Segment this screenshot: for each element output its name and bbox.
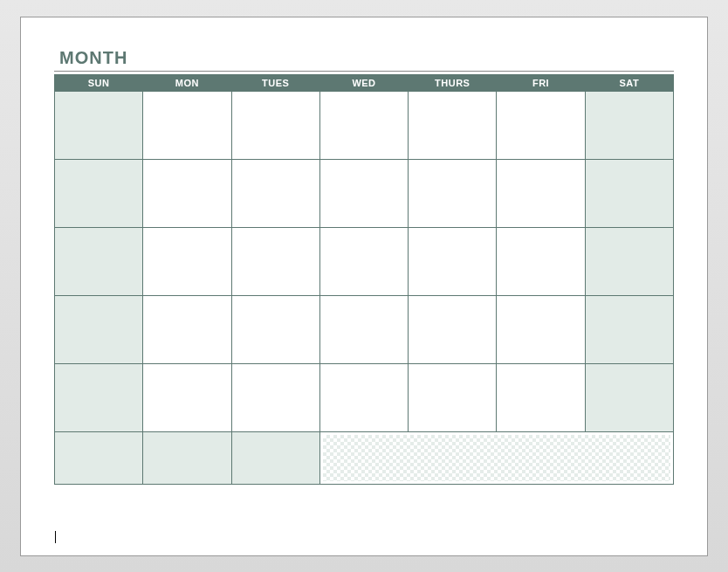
header-sat: SAT [585, 74, 673, 91]
calendar-cell [319, 295, 408, 363]
calendar-cell [319, 159, 408, 227]
calendar-cell [497, 295, 585, 363]
calendar-cell [585, 295, 673, 363]
calendar-cell [55, 227, 143, 295]
calendar-cell [231, 91, 319, 159]
calendar-row [55, 159, 674, 227]
calendar-cell [497, 91, 585, 159]
calendar-cell [409, 159, 497, 227]
calendar-row [55, 227, 674, 295]
calendar-cell [585, 91, 673, 159]
calendar-title: MONTH [59, 48, 674, 68]
calendar-cell [143, 227, 231, 295]
calendar-cell [231, 295, 319, 363]
text-cursor [55, 531, 56, 543]
calendar-cell [319, 91, 408, 159]
calendar-row [55, 91, 674, 159]
calendar-cell [585, 363, 673, 431]
calendar-cell [409, 295, 497, 363]
calendar-cell [585, 159, 673, 227]
calendar-cell [231, 363, 319, 431]
calendar-cell [409, 227, 497, 295]
calendar-cell [55, 159, 143, 227]
calendar-cell [231, 431, 319, 484]
calendar-cell [143, 159, 231, 227]
calendar-cell [497, 227, 585, 295]
calendar-cell [585, 227, 673, 295]
calendar-table: SUN MON TUES WED THURS FRI SAT [54, 74, 674, 485]
calendar-cell [409, 363, 497, 431]
calendar-cell [319, 227, 408, 295]
calendar-cell [55, 431, 143, 484]
calendar-row-last [55, 431, 674, 484]
header-tue: TUES [231, 74, 319, 91]
calendar-cell [143, 431, 231, 484]
calendar-cell [319, 363, 408, 431]
calendar-cell [409, 91, 497, 159]
calendar-cell [55, 363, 143, 431]
header-wed: WED [319, 74, 408, 91]
calendar-row [55, 363, 674, 431]
calendar-cell [497, 363, 585, 431]
header-thu: THURS [409, 74, 497, 91]
header-fri: FRI [497, 74, 585, 91]
calendar-cell [55, 91, 143, 159]
calendar-header-row: SUN MON TUES WED THURS FRI SAT [55, 74, 674, 91]
calendar-cell [55, 295, 143, 363]
calendar-cell [497, 159, 585, 227]
calendar-cell [143, 91, 231, 159]
calendar-cell [231, 159, 319, 227]
calendar-row [55, 295, 674, 363]
title-underline [54, 71, 674, 72]
header-mon: MON [143, 74, 231, 91]
calendar-cell [231, 227, 319, 295]
document-page: MONTH SUN MON TUES WED THURS FRI SAT [20, 17, 708, 556]
calendar-notes-cell [319, 431, 673, 484]
header-sun: SUN [55, 74, 143, 91]
calendar-cell [143, 295, 231, 363]
calendar-cell [143, 363, 231, 431]
